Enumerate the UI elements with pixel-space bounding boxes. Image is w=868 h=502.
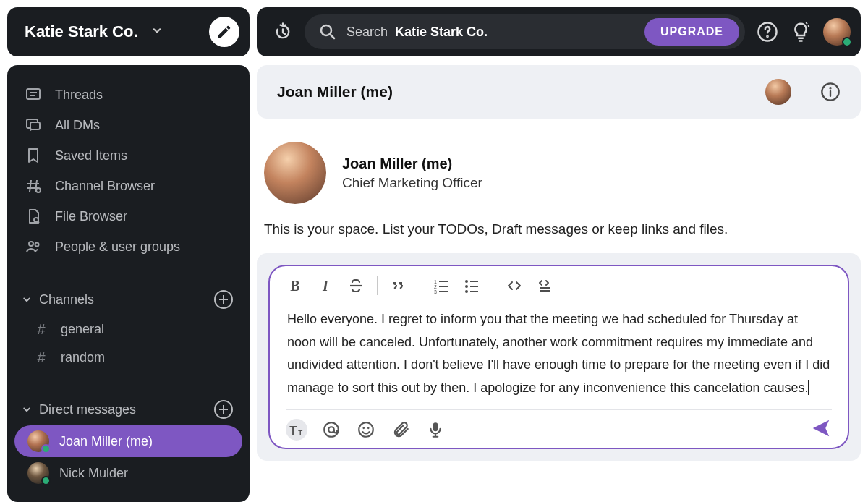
file-browser-icon xyxy=(25,208,42,225)
profile-title: Chief Marketing Officer xyxy=(342,175,482,191)
message-input[interactable]: Hello everyone. I regret to inform you t… xyxy=(286,304,832,407)
chevron-down-icon[interactable] xyxy=(20,403,33,416)
svg-point-36 xyxy=(465,290,468,293)
search-box[interactable]: Search Katie Stark Co. UPGRADE xyxy=(305,14,745,49)
microphone-icon xyxy=(426,420,445,439)
info-icon xyxy=(820,82,841,102)
separator xyxy=(420,276,420,295)
quote-button[interactable] xyxy=(389,276,408,295)
workspace-name[interactable]: Katie Stark Co. xyxy=(25,22,138,41)
svg-point-9 xyxy=(35,243,39,247)
svg-point-46 xyxy=(359,422,373,437)
presence-indicator xyxy=(41,444,51,454)
sidebar: Threads All DMs Saved Items Channel Brow… xyxy=(7,65,250,502)
workspace-header: Katie Stark Co. xyxy=(7,7,250,56)
code-button[interactable] xyxy=(505,276,524,295)
code-block-button[interactable] xyxy=(535,276,554,295)
conversation-title[interactable]: Joan Miller (me) xyxy=(277,83,393,101)
nav-file-browser[interactable]: File Browser xyxy=(14,201,242,231)
svg-point-44 xyxy=(324,422,339,437)
hash-icon: # xyxy=(33,349,49,366)
upgrade-button[interactable]: UPGRADE xyxy=(644,18,739,46)
search-icon xyxy=(319,23,336,41)
composer-bottom-toolbar: TT xyxy=(286,409,832,442)
pencil-icon xyxy=(216,24,232,40)
conversation-header: Joan Miller (me) xyxy=(257,65,861,119)
at-icon xyxy=(322,420,341,439)
bold-button[interactable]: B xyxy=(286,276,305,295)
avatar xyxy=(27,462,49,484)
nav-label: Threads xyxy=(55,88,103,103)
svg-line-17 xyxy=(330,34,334,38)
strikethrough-icon xyxy=(347,277,365,294)
emoji-button[interactable] xyxy=(355,419,377,441)
svg-point-34 xyxy=(465,280,468,283)
compose-button[interactable] xyxy=(209,17,239,47)
profile-avatar[interactable] xyxy=(264,142,326,204)
channel-label: general xyxy=(61,322,104,337)
user-avatar[interactable] xyxy=(823,18,851,46)
svg-text:T: T xyxy=(289,424,297,437)
channel-random[interactable]: # random xyxy=(14,344,242,372)
dm-joan-miller[interactable]: Joan Miller (me) xyxy=(14,425,242,457)
presence-indicator xyxy=(842,37,852,47)
help-icon[interactable] xyxy=(757,21,778,43)
svg-rect-4 xyxy=(30,122,40,129)
dm-nick-mulder[interactable]: Nick Mulder xyxy=(14,457,242,489)
svg-text:T: T xyxy=(298,428,302,436)
ordered-list-button[interactable]: 123 xyxy=(432,276,451,295)
send-icon xyxy=(810,417,832,439)
hash-icon: # xyxy=(33,321,49,338)
bullet-list-button[interactable] xyxy=(462,276,481,295)
svg-line-22 xyxy=(807,23,807,24)
history-icon[interactable] xyxy=(273,22,293,42)
nav-label: Channel Browser xyxy=(55,179,155,194)
plus-circle-icon xyxy=(213,399,234,420)
add-channel-button[interactable] xyxy=(213,289,234,310)
info-button[interactable] xyxy=(820,82,841,102)
profile-block: Joan Miller (me) Chief Marketing Officer xyxy=(257,119,861,211)
conversation-avatar[interactable] xyxy=(765,79,791,105)
svg-text:3: 3 xyxy=(434,289,437,294)
nav-threads[interactable]: Threads xyxy=(14,80,242,110)
ordered-list-icon: 123 xyxy=(433,277,450,294)
svg-text:1: 1 xyxy=(434,279,437,284)
nav-people[interactable]: People & user groups xyxy=(14,231,242,262)
svg-point-48 xyxy=(367,427,370,430)
section-label: Channels xyxy=(39,292,94,307)
format-toolbar: B I 123 xyxy=(286,276,832,304)
lightbulb-icon[interactable] xyxy=(790,21,812,43)
add-dm-button[interactable] xyxy=(213,399,234,420)
avatar xyxy=(27,430,49,452)
nav-label: People & user groups xyxy=(55,239,180,255)
separator xyxy=(493,276,493,295)
audio-button[interactable] xyxy=(425,419,446,441)
channel-browser-icon xyxy=(25,177,42,195)
send-button[interactable] xyxy=(810,417,832,442)
svg-line-23 xyxy=(808,26,809,27)
channel-label: random xyxy=(61,350,105,365)
profile-name: Joan Miller (me) xyxy=(342,156,482,172)
nav-saved-items[interactable]: Saved Items xyxy=(14,140,242,171)
chevron-down-icon[interactable] xyxy=(150,23,164,41)
svg-point-19 xyxy=(767,36,767,37)
search-placeholder: Search Katie Stark Co. xyxy=(346,25,488,40)
attach-button[interactable] xyxy=(390,419,412,441)
svg-rect-0 xyxy=(27,89,40,99)
space-description: This is your space. List your TODOs, Dra… xyxy=(257,211,861,253)
nav-channel-browser[interactable]: Channel Browser xyxy=(14,171,242,201)
dms-section-header[interactable]: Direct messages xyxy=(14,392,242,425)
threads-icon xyxy=(25,86,42,103)
nav-all-dms[interactable]: All DMs xyxy=(14,110,242,140)
channel-general[interactable]: # general xyxy=(14,315,242,344)
presence-indicator xyxy=(41,476,51,485)
composer: B I 123 Hello everyone. I regret to info… xyxy=(268,265,849,449)
channels-section-header[interactable]: Channels xyxy=(14,282,242,315)
mention-button[interactable] xyxy=(320,419,342,441)
separator xyxy=(377,276,378,295)
italic-button[interactable]: I xyxy=(316,276,335,295)
text-format-icon: TT xyxy=(287,420,306,439)
strikethrough-button[interactable] xyxy=(346,276,365,295)
formatting-toggle-button[interactable]: TT xyxy=(286,419,307,441)
chevron-down-icon[interactable] xyxy=(20,293,33,306)
